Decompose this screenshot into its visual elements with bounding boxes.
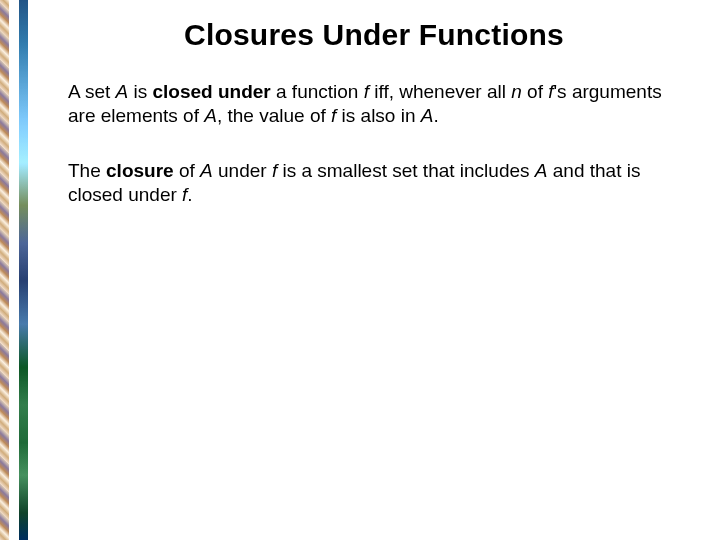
var-A: A	[116, 81, 129, 102]
term-closure: closure	[106, 160, 174, 181]
text: is a smallest set that includes	[277, 160, 535, 181]
text: A set	[68, 81, 116, 102]
term-closed-under: closed under	[153, 81, 271, 102]
text: is also in	[336, 105, 420, 126]
text: a function	[271, 81, 364, 102]
decorative-stripe	[19, 0, 28, 540]
var-A: A	[204, 105, 217, 126]
var-A: A	[421, 105, 434, 126]
var-A: A	[200, 160, 213, 181]
decorative-sidebar	[0, 0, 28, 540]
slide-content: Closures Under Functions A set A is clos…	[28, 0, 720, 540]
text: .	[433, 105, 438, 126]
text: The	[68, 160, 106, 181]
paragraph-1: A set A is closed under a function f iff…	[68, 80, 680, 129]
slide-title: Closures Under Functions	[68, 18, 680, 52]
decorative-stripe	[0, 0, 9, 540]
text: under	[213, 160, 272, 181]
text: , the value of	[217, 105, 331, 126]
paragraph-2: The closure of A under f is a smallest s…	[68, 159, 680, 208]
text: is	[128, 81, 152, 102]
text: iff, whenever all	[369, 81, 511, 102]
var-n: n	[511, 81, 522, 102]
decorative-stripe	[9, 0, 18, 540]
text: of	[174, 160, 200, 181]
text: of	[522, 81, 548, 102]
var-A: A	[535, 160, 548, 181]
text: .	[187, 184, 192, 205]
